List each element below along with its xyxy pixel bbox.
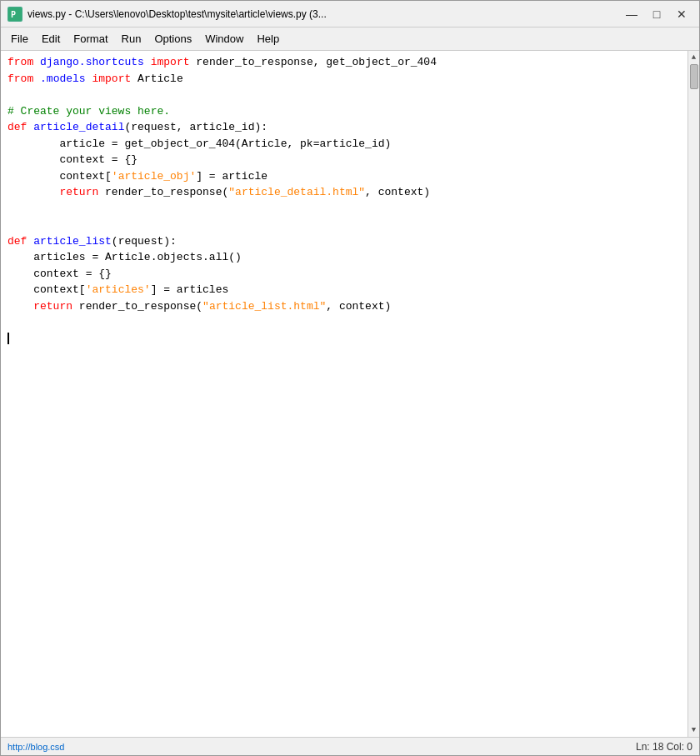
menu-edit[interactable]: Edit	[35, 30, 67, 48]
minimize-button[interactable]: —	[621, 6, 642, 23]
scroll-thumb[interactable]	[690, 64, 698, 89]
status-bar: http://blog.csd Ln: 18 Col: 0	[1, 737, 699, 755]
scroll-track[interactable]	[688, 64, 699, 723]
menu-help[interactable]: Help	[250, 30, 286, 48]
menu-file[interactable]: File	[4, 30, 35, 48]
close-button[interactable]: ✕	[671, 6, 692, 23]
scroll-up-arrow[interactable]: ▲	[688, 51, 700, 64]
title-bar: P views.py - C:\Users\lenovo\Desktop\tes…	[1, 1, 699, 28]
restore-button[interactable]: □	[646, 6, 668, 23]
menu-bar: File Edit Format Run Options Window Help	[1, 28, 699, 51]
window-controls: — □ ✕	[621, 6, 692, 23]
window-title: views.py - C:\Users\lenovo\Desktop\test\…	[28, 8, 621, 20]
menu-run[interactable]: Run	[115, 30, 148, 48]
main-window: P views.py - C:\Users\lenovo\Desktop\tes…	[0, 0, 700, 756]
menu-window[interactable]: Window	[198, 30, 250, 48]
app-icon: P	[8, 7, 22, 22]
code-editor[interactable]: from django.shortcuts import render_to_r…	[1, 51, 688, 737]
vertical-scrollbar[interactable]: ▲ ▼	[688, 51, 699, 737]
svg-text:P: P	[11, 10, 16, 19]
scroll-down-arrow[interactable]: ▼	[688, 723, 700, 737]
status-link: http://blog.csd	[8, 742, 636, 752]
menu-options[interactable]: Options	[148, 30, 198, 48]
editor-area: from django.shortcuts import render_to_r…	[1, 51, 699, 737]
cursor-position: Ln: 18 Col: 0	[636, 741, 692, 753]
menu-format[interactable]: Format	[67, 30, 114, 48]
